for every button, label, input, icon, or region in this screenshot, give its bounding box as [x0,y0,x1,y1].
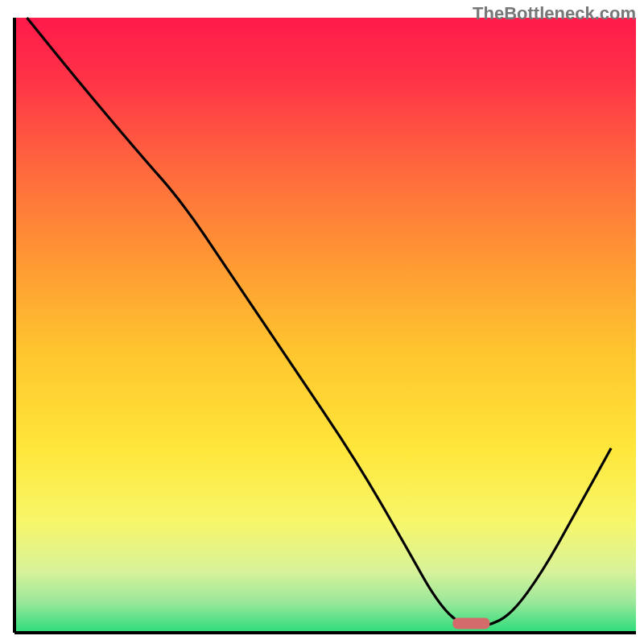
attribution-text: TheBottleneck.com [473,3,636,24]
optimum-marker [452,618,489,630]
bottleneck-chart [0,0,644,644]
plot-background [14,18,636,633]
